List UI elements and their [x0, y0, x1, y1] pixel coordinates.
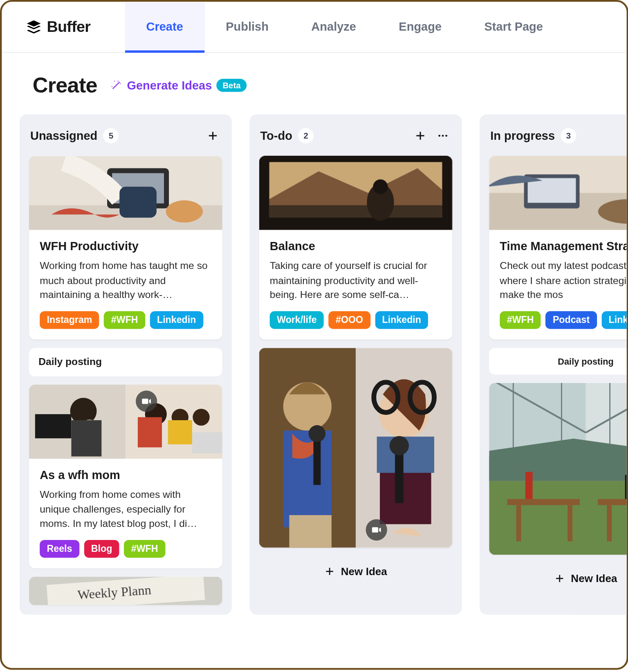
svg-rect-53	[528, 178, 576, 203]
card-image: Weekly Plann	[29, 577, 222, 605]
svg-rect-71	[625, 475, 628, 499]
svg-rect-7	[119, 187, 157, 218]
svg-rect-67	[567, 505, 572, 541]
new-idea-button[interactable]: New Idea	[489, 563, 628, 594]
column-header: To-do 2	[259, 124, 453, 148]
svg-point-43	[390, 436, 409, 455]
add-card-button[interactable]	[204, 128, 221, 144]
column-count: 3	[561, 128, 576, 143]
card-body: Time Management Stra Check out my latest…	[489, 230, 628, 340]
card-body: As a wfh mom Working from home comes wit…	[29, 459, 222, 568]
svg-rect-72	[525, 472, 533, 499]
svg-point-27	[445, 135, 447, 137]
wand-icon	[110, 79, 122, 91]
video-icon	[366, 519, 387, 540]
generate-ideas-link[interactable]: Generate Ideas Beta	[110, 78, 247, 92]
page-header: Create Generate Ideas Beta	[2, 53, 626, 108]
tag[interactable]: Linkedin	[375, 311, 428, 329]
tag[interactable]: #OOO	[329, 311, 370, 329]
svg-rect-38	[289, 515, 332, 548]
nav-tab-start-page[interactable]: Start Page	[463, 2, 564, 52]
idea-card[interactable]: Weekly Plann	[29, 577, 222, 605]
brand-name: Buffer	[47, 18, 91, 36]
svg-rect-42	[395, 449, 404, 503]
column-title: To-do	[260, 129, 292, 142]
tag[interactable]: #WFH	[124, 540, 165, 558]
column-count: 2	[298, 128, 314, 143]
svg-point-26	[442, 135, 444, 137]
column-title: In progress	[490, 129, 555, 142]
new-idea-label: New Idea	[341, 565, 387, 578]
card-image	[259, 156, 453, 230]
tag[interactable]: Work/life	[270, 311, 324, 329]
card-text: Taking care of yourself is crucial for m…	[270, 259, 442, 303]
add-card-button[interactable]	[412, 128, 429, 144]
page-title: Create	[33, 73, 97, 98]
new-idea-button[interactable]: New Idea	[259, 556, 453, 587]
column-title: Unassigned	[30, 129, 97, 142]
generate-ideas-label: Generate Ideas	[127, 78, 212, 92]
nav-tab-publish[interactable]: Publish	[204, 2, 290, 52]
column-in-progress: In progress 3 Time Management Stra Check…	[480, 114, 628, 615]
tag[interactable]: #WFH	[500, 311, 541, 329]
idea-card[interactable]: As a wfh mom Working from home comes wit…	[29, 385, 222, 568]
column-menu-button[interactable]	[435, 128, 451, 144]
svg-point-25	[438, 135, 440, 137]
column-to-do: To-do 2 Balance Taking care of yourself …	[249, 114, 462, 615]
card-image	[489, 383, 628, 555]
video-icon	[136, 390, 157, 412]
svg-rect-17	[168, 420, 192, 444]
column-count: 5	[103, 128, 119, 143]
nav-tab-create[interactable]: Create	[125, 2, 204, 52]
card-title: WFH Productivity	[40, 240, 212, 253]
tag[interactable]: Instagram	[40, 311, 99, 329]
svg-point-6	[166, 200, 203, 222]
card-tags: ReelsBlog#WFH	[40, 540, 212, 558]
tag[interactable]: Linkedin	[601, 311, 628, 329]
nav-tabs: CreatePublishAnalyzeEngageStart Page	[125, 2, 564, 52]
card-text: Working from home has taught me so much …	[40, 259, 212, 303]
nav-tab-engage[interactable]: Engage	[377, 2, 463, 52]
card-image	[259, 348, 453, 548]
svg-point-31	[373, 179, 388, 194]
tag[interactable]: Linkedin	[150, 311, 203, 329]
idea-card[interactable]: WFH Productivity Working from home has t…	[29, 156, 222, 339]
card-text: Working from home comes with unique chal…	[40, 488, 212, 531]
card-title: Time Management Stra	[500, 240, 628, 253]
column-header: Unassigned 5	[29, 124, 222, 148]
kanban-board: Unassigned 5 WFH Productivity Working fr…	[2, 108, 626, 632]
svg-rect-36	[314, 437, 321, 485]
column-header: In progress 3	[489, 124, 628, 148]
svg-rect-10	[35, 414, 72, 438]
idea-card[interactable]	[489, 383, 628, 555]
card-tags: Work/life#OOOLinkedin	[270, 311, 442, 329]
beta-badge: Beta	[217, 79, 247, 92]
tag[interactable]: Reels	[40, 540, 79, 558]
app-frame: Buffer CreatePublishAnalyzeEngageStart P…	[0, 0, 628, 670]
top-nav: Buffer CreatePublishAnalyzeEngageStart P…	[2, 2, 626, 53]
tag[interactable]: #WFH	[104, 311, 145, 329]
card-image	[29, 385, 222, 459]
idea-card[interactable]	[259, 348, 453, 548]
card-title: Balance	[270, 240, 442, 253]
svg-rect-69	[607, 505, 612, 541]
tag[interactable]: Podcast	[545, 311, 597, 329]
new-idea-label: New Idea	[571, 573, 617, 585]
svg-point-37	[309, 425, 325, 442]
brand: Buffer	[25, 18, 90, 36]
idea-card-slim[interactable]: Daily posting	[489, 348, 628, 374]
card-tags: #WFHPodcastLinkedin	[500, 311, 628, 329]
idea-card-slim[interactable]: Daily posting	[29, 348, 222, 376]
card-image	[489, 156, 628, 230]
card-title: As a wfh mom	[40, 468, 212, 482]
card-text: Check out my latest podcast episode wher…	[500, 259, 628, 303]
svg-rect-65	[507, 499, 580, 505]
svg-rect-66	[516, 505, 521, 541]
idea-card[interactable]: Balance Taking care of yourself is cruci…	[259, 156, 453, 339]
buffer-logo-icon	[25, 19, 42, 36]
nav-tab-analyze[interactable]: Analyze	[290, 2, 377, 52]
card-image	[29, 156, 222, 230]
tag[interactable]: Blog	[84, 540, 119, 558]
svg-rect-13	[71, 420, 101, 457]
idea-card[interactable]: Time Management Stra Check out my latest…	[489, 156, 628, 339]
